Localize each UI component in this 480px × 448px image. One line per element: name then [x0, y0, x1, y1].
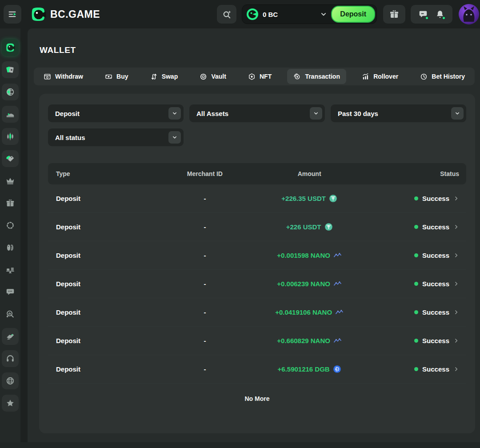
row-status[interactable]: Success: [414, 252, 466, 259]
sidebar-item[interactable]: [2, 106, 19, 123]
status-label: Success: [422, 365, 449, 373]
row-status[interactable]: Success: [414, 195, 466, 202]
filter-dropdown[interactable]: All Assets: [189, 104, 325, 122]
coin-icon: [329, 194, 337, 203]
row-amount: +0.0419106 NANO: [275, 308, 344, 316]
dropdown-chevron-button[interactable]: [310, 107, 322, 120]
tab-label: Buy: [116, 73, 128, 80]
sidebar-item[interactable]: [2, 172, 19, 189]
table-row[interactable]: Deposit - +6.5901216 DGB Success: [48, 355, 466, 384]
row-amount-text: +226.35 USDT: [281, 195, 326, 202]
tab-icon: [362, 73, 369, 80]
tab-label: Withdraw: [55, 73, 83, 80]
sidebar-item[interactable]: [2, 239, 19, 256]
table-row[interactable]: Deposit - +226 USDT Success: [48, 213, 466, 241]
row-merchant-id: -: [204, 280, 206, 288]
deposit-button[interactable]: Deposit: [331, 6, 375, 23]
no-more-label: No More: [48, 395, 466, 402]
sidebar-item-icon: [5, 87, 15, 97]
col-header-type: Type: [48, 170, 70, 177]
top-header: BC.GAME 0 BC Deposit: [0, 0, 480, 28]
wallet-tab[interactable]: NFT: [242, 69, 278, 84]
tab-label: Transaction: [305, 73, 340, 80]
row-merchant-id: -: [204, 252, 206, 259]
chat-button[interactable]: [418, 9, 428, 19]
table-row[interactable]: Deposit - +0.006239 NANO Success: [48, 270, 466, 298]
wallet-tab[interactable]: Buy: [99, 69, 134, 84]
dropdown-chevron-button[interactable]: [168, 131, 181, 144]
chevron-down-icon: [172, 134, 178, 140]
sidebar-item[interactable]: [2, 372, 19, 389]
row-status[interactable]: Success: [414, 308, 466, 316]
table-row[interactable]: Deposit - +0.001598 NANO Success: [48, 241, 466, 270]
left-sidebar: [0, 28, 20, 448]
coin-icon: [333, 280, 342, 288]
avatar-creature-icon: [459, 4, 479, 24]
row-amount-text: +6.5901216 DGB: [278, 365, 330, 373]
chevron-right-icon: [453, 252, 459, 258]
sidebar-item[interactable]: [2, 395, 19, 412]
sidebar-item[interactable]: [2, 128, 19, 145]
row-status[interactable]: Success: [414, 337, 466, 344]
dropdown-value: Deposit: [55, 110, 80, 117]
brand-logo-text: BC.GAME: [50, 8, 100, 20]
chevron-down-icon[interactable]: [320, 10, 328, 18]
row-amount-text: +0.001598 NANO: [277, 252, 330, 259]
success-dot: [414, 253, 418, 257]
chevron-right-icon: [453, 366, 459, 372]
table-row[interactable]: Deposit - +226.35 USDT Success: [48, 184, 466, 213]
sidebar-toggle-button[interactable]: [4, 5, 21, 24]
sidebar-item[interactable]: [2, 61, 19, 78]
table-row[interactable]: Deposit - +0.660829 NANO Success: [48, 327, 466, 355]
dropdown-chevron-button[interactable]: [451, 107, 464, 120]
wallet-tab[interactable]: Vault: [193, 69, 232, 84]
row-status[interactable]: Success: [414, 280, 466, 288]
tab-label: Vault: [211, 73, 226, 80]
sidebar-item-icon: [5, 65, 15, 75]
sidebar-item-icon: [5, 332, 15, 341]
dropdown-chevron-button[interactable]: [168, 107, 181, 120]
success-dot: [414, 225, 418, 229]
filter-dropdown[interactable]: All status: [48, 128, 184, 146]
sidebar-item-icon: [5, 309, 15, 319]
sidebar-item[interactable]: [2, 217, 19, 234]
sidebar-item[interactable]: [2, 195, 19, 212]
wallet-tab[interactable]: Swap: [144, 69, 184, 84]
chevron-right-icon: [453, 196, 459, 201]
rewards-button[interactable]: [383, 5, 405, 24]
avatar[interactable]: [459, 4, 479, 24]
notifications-button[interactable]: [435, 9, 445, 19]
success-dot: [414, 367, 418, 371]
sidebar-item[interactable]: [2, 84, 19, 100]
sidebar-item[interactable]: [2, 328, 19, 345]
chevron-right-icon: [453, 338, 459, 344]
coin-icon: [333, 336, 342, 345]
row-amount: +226 USDT: [286, 223, 333, 231]
wallet-tab[interactable]: Bet History: [414, 69, 471, 84]
row-amount: +0.006239 NANO: [277, 280, 342, 288]
row-status[interactable]: Success: [414, 365, 466, 373]
sidebar-item[interactable]: [2, 350, 19, 367]
search-button[interactable]: [217, 5, 236, 24]
filter-dropdown[interactable]: Past 30 days: [331, 104, 466, 122]
sidebar-item[interactable]: [2, 150, 19, 167]
tab-icon: [200, 73, 207, 80]
status-label: Success: [422, 337, 449, 344]
row-type: Deposit: [48, 337, 80, 344]
brand-logo[interactable]: BC.GAME: [30, 6, 100, 22]
wallet-tab[interactable]: Withdraw: [37, 69, 89, 84]
sidebar-item[interactable]: [2, 39, 19, 56]
sidebar-item[interactable]: [2, 284, 19, 300]
sidebar-item[interactable]: [2, 306, 19, 323]
dropdown-value: Past 30 days: [338, 110, 378, 117]
sidebar-item[interactable]: [2, 261, 19, 278]
sidebar-item-icon: [5, 287, 15, 297]
wallet-tab[interactable]: Transaction: [287, 69, 346, 84]
row-merchant-id: -: [204, 308, 206, 316]
wallet-tab[interactable]: Rollover: [356, 69, 404, 84]
table-row[interactable]: Deposit - +0.0419106 NANO Success: [48, 298, 466, 327]
balance-selector[interactable]: 0 BC Deposit: [242, 4, 377, 24]
sidebar-item-icon: [5, 132, 15, 141]
filter-dropdown[interactable]: Deposit: [48, 104, 184, 122]
row-status[interactable]: Success: [414, 223, 466, 231]
